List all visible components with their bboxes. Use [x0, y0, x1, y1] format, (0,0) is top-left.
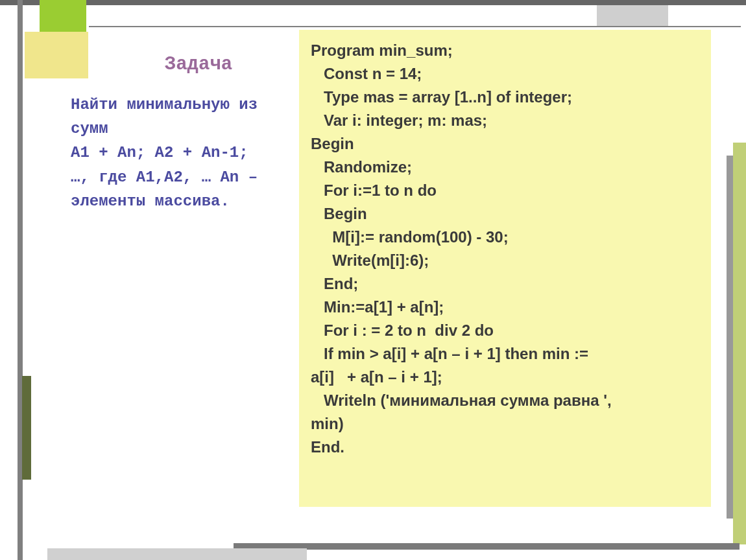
code-line: Writeln ('минимальная сумма равна ',	[311, 389, 699, 412]
code-line: min)	[311, 412, 699, 436]
code-line: Begin	[311, 202, 699, 226]
problem-line: элементы массива.	[71, 189, 287, 213]
decor-bottom-bar	[234, 543, 740, 550]
problem-line: A1 + An; A2 + An-1;	[71, 141, 287, 165]
code-line: Min:=a[1] + a[n];	[311, 296, 699, 319]
code-line: Type mas = array [1..n] of integer;	[311, 86, 699, 109]
decor-bottom-gray	[47, 548, 307, 560]
decor-green-square	[40, 0, 86, 32]
code-line: For i:=1 to n do	[311, 179, 699, 202]
problem-panel: Задача Найти минимальную из сумм A1 + An…	[68, 44, 290, 485]
problem-line: …, где A1,A2, … An –	[71, 165, 287, 189]
code-line: M[i]:= random(100) - 30;	[311, 226, 699, 249]
code-line: Write(m[i]:6);	[311, 249, 699, 272]
code-line: Var i: integer; m: mas;	[311, 109, 699, 132]
code-line: If min > a[i] + a[n – i + 1] then min :=	[311, 342, 699, 366]
code-line: a[i] + a[n – i + 1];	[311, 366, 699, 389]
code-line: Program min_sum;	[311, 39, 699, 62]
code-line: End.	[311, 436, 699, 459]
decor-top-right	[597, 5, 668, 26]
slide-title: Задача	[110, 51, 287, 80]
slide-border-top	[89, 26, 741, 27]
code-line: For i : = 2 to n div 2 do	[311, 319, 699, 342]
code-line: Randomize;	[311, 156, 699, 179]
decor-bottom-olive	[22, 376, 31, 480]
problem-line: Найти минимальную из сумм	[71, 93, 287, 141]
top-border	[0, 0, 746, 5]
code-line: Const n = 14;	[311, 62, 699, 86]
decor-right-green	[733, 143, 746, 544]
decor-right-gray	[727, 156, 733, 519]
code-line: Begin	[311, 132, 699, 156]
code-panel: Program min_sum; Const n = 14; Type mas …	[299, 30, 711, 507]
code-line: End;	[311, 272, 699, 296]
